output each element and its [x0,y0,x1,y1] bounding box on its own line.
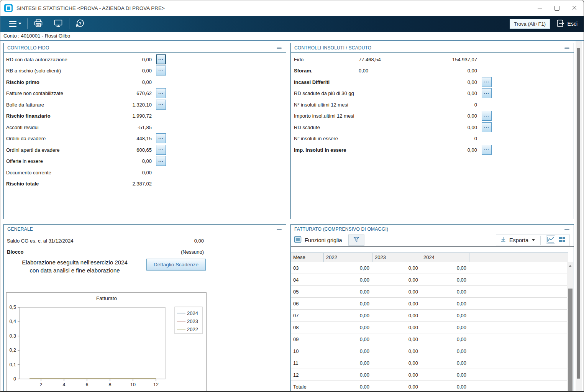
row-label: RB a rischio (solo clienti) [6,68,61,74]
grid-header-cell[interactable]: 2022 [324,253,372,262]
hamburger-icon [9,21,21,26]
ellipsis-button[interactable]: ... [156,66,166,75]
insoluti-row: Importo insol.ultimi 12 mesi0,00... [291,110,574,122]
maximize-button[interactable] [548,0,566,16]
cell-value: 0,00 [324,372,372,378]
title-bar: SINTESI E STATISTICHE <PROVA - AZIENDA D… [0,0,584,16]
cell-value: 0,00 [421,325,469,330]
ellipsis-button[interactable]: ... [482,111,492,121]
window-controls [531,0,583,16]
window-scrollbar-thumb[interactable] [577,48,580,379]
panel-header: FATTURATO (COMPRENSIVO DI OMAGGI) [291,225,574,234]
monitor-icon [53,18,63,30]
row-value: (Nessuno) [127,249,204,255]
grid-toolbar: Funzioni griglia Esporta [291,234,574,247]
window-scrollbar[interactable] [576,41,582,391]
table-row[interactable]: 090,000,000,00 [291,333,568,345]
cell-value: 0,00 [421,372,469,378]
trova-button[interactable]: Trova (Alt+F1) [510,19,550,29]
row-value: 1.320,10 [75,102,152,107]
table-row[interactable]: 060,000,000,00 [291,298,568,310]
ellipsis-button[interactable]: ... [482,122,492,132]
ellipsis-button[interactable]: ... [482,145,492,155]
svg-text:0,1: 0,1 [10,362,16,367]
cell-mese: Totale [291,384,324,390]
cell-value: 0,00 [421,360,469,366]
help-button[interactable]: ? [70,16,90,32]
grid-header-cell[interactable] [469,253,568,262]
grid-scrollbar-thumb[interactable] [568,289,573,392]
printer-icon [33,18,43,30]
cell-mese: 06 [291,301,324,307]
table-row[interactable]: 080,000,000,00 [291,321,568,333]
grid-header-cell[interactable]: 2023 [372,253,421,262]
row-value-col2: 0,00 [400,90,477,96]
cell-mese: 12 [291,372,324,378]
minimize-button[interactable] [531,0,548,16]
ellipsis-button[interactable]: ... [156,100,166,110]
collapse-button[interactable] [276,227,282,231]
dettaglio-scadenze-button[interactable]: Dettaglio Scadenze [146,259,206,271]
table-row[interactable]: 070,000,000,00 [291,310,568,321]
esci-button[interactable]: Esci [554,18,580,30]
grid-scrollbar[interactable] [567,262,573,392]
table-row[interactable]: 120,000,000,00 [291,369,568,381]
row-label: Blocco [7,249,23,255]
table-row[interactable]: 030,000,000,00 [291,262,568,274]
cell-value: 0,00 [372,336,421,342]
panel-controlli-insoluti: CONTROLLI INSOLUTI / SCADUTO Fido77.468,… [290,43,574,219]
print-button[interactable] [28,16,48,32]
ellipsis-button[interactable]: ... [156,88,166,98]
cell-value: 0,00 [372,348,421,354]
fido-row: RD con data autorizzazione0,00... [4,54,286,65]
cell-value: 0,00 [421,336,469,342]
ellipsis-button[interactable]: ... [156,145,166,155]
ellipsis-button[interactable]: ... [156,133,166,143]
cell-mese: 07 [291,313,324,318]
table-row[interactable]: 110,000,000,00 [291,357,568,369]
table-row[interactable]: 040,000,000,00 [291,274,568,286]
conto-bar: Conto : 4010001 - Rossi Gilbo [0,32,584,40]
row-value: -51,85 [75,124,152,130]
row-value-col2: 0 [400,136,477,141]
screen-view-button[interactable] [48,16,68,32]
close-button[interactable] [566,0,583,16]
table-row[interactable]: 100,000,000,00 [291,345,568,357]
row-label: Sforam. [294,68,312,74]
ellipsis-button[interactable]: ... [482,77,492,87]
fido-row: Ordini da evadere448,15... [4,133,286,144]
cell-value: 0,00 [372,301,421,307]
esporta-button[interactable]: Esporta [500,236,535,244]
grid-view-button[interactable] [558,236,566,244]
scroll-up-icon[interactable] [569,265,572,267]
ellipsis-button[interactable]: ... [156,54,166,64]
fatturato-chart: Fatturato00,10,20,30,40,5246810122024202… [6,292,207,391]
collapse-button[interactable] [564,46,570,50]
chevron-down-icon [18,23,21,25]
panel-title: GENERALE [7,226,33,232]
grid-header-cell[interactable]: Mese [291,253,324,262]
ellipsis-button[interactable]: ... [156,156,166,166]
funzioni-griglia-button[interactable]: Funzioni griglia [294,236,342,244]
chart-view-button[interactable] [546,235,555,245]
cell-mese: 04 [291,277,324,283]
grid-header-cell[interactable]: 2024 [421,253,469,262]
ellipsis-button[interactable]: ... [482,88,492,98]
panel-fatturato: FATTURATO (COMPRENSIVO DI OMAGGI) Funzio… [290,224,574,392]
table-row[interactable]: 050,000,000,00 [291,286,568,298]
window-title: SINTESI E STATISTICHE <PROVA - AZIENDA D… [16,5,165,11]
table-row[interactable]: Totale0,000,000,00 [291,381,568,392]
menu-button[interactable] [4,16,26,32]
collapse-button[interactable] [564,227,570,231]
minus-icon [564,229,569,230]
filter-button[interactable] [348,235,364,246]
fido-row: RB a rischio (solo clienti)0,00... [4,65,286,77]
cell-value: 0,00 [324,313,372,318]
insoluti-row: N° insoluti in essere0 [291,133,574,144]
fido-row: Acconti residui-51,85 [4,121,286,133]
grid-header: Mese202220232024 [291,253,568,262]
collapse-button[interactable] [276,46,282,50]
insoluti-row: Sforam.0,000,00 [291,65,574,77]
cell-value: 0,00 [372,325,421,330]
svg-text:6: 6 [86,382,89,387]
